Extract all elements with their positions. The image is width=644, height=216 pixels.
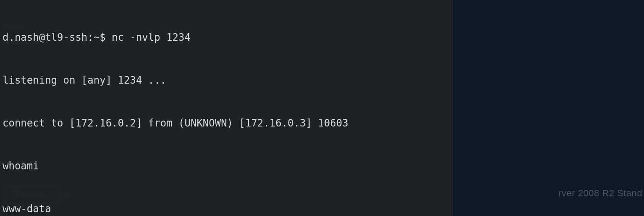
screen: a a 0 Browse… oo rver 2008 R2 Stand d.na…: [0, 0, 644, 216]
terminal-window[interactable]: d.nash@tl9-ssh:~$ nc -nvlp 1234 listenin…: [0, 0, 453, 216]
terminal-output-line: connect to [172.16.0.2] from (UNKNOWN) […: [3, 116, 453, 130]
shell-prompt: d.nash@tl9-ssh:~$: [3, 32, 112, 43]
terminal-output-line: listening on [any] 1234 ...: [3, 73, 453, 87]
terminal-output-line: www-data: [3, 202, 453, 216]
terminal-output-line: whoami: [3, 159, 453, 173]
terminal-prompt-line: d.nash@tl9-ssh:~$ nc -nvlp 1234: [3, 30, 453, 45]
shell-command: nc -nvlp 1234: [112, 32, 191, 43]
background-os-label: rver 2008 R2 Stand: [558, 188, 642, 199]
background-window-right: [451, 0, 644, 216]
